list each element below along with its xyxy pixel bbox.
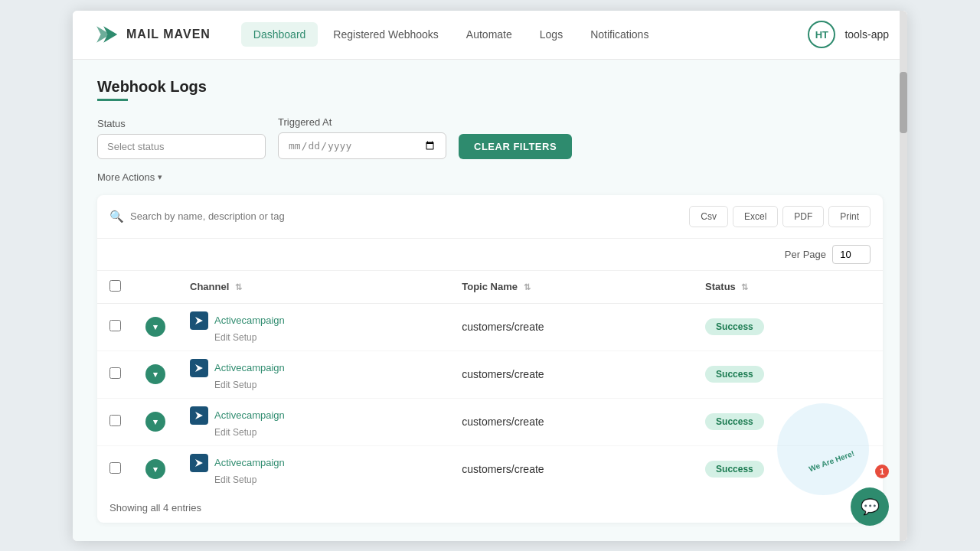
row-check-cell — [97, 398, 133, 445]
header-topic: Topic Name ⇅ — [449, 271, 693, 304]
per-page-row: Per Page — [97, 239, 883, 271]
topic-sort-icon[interactable]: ⇅ — [524, 282, 531, 292]
chat-button[interactable]: 💬 — [851, 487, 889, 526]
more-actions-caret-icon: ▾ — [158, 172, 162, 182]
logo-text: MAIL MAVEN — [126, 28, 211, 41]
table-header-row: Channel ⇅ Topic Name ⇅ Status ⇅ — [97, 271, 883, 304]
row-check-cell — [97, 303, 133, 350]
account-name: tools-app — [844, 28, 889, 41]
avatar[interactable]: HT — [808, 21, 835, 48]
row-checkbox[interactable] — [109, 415, 121, 426]
row-expand-button[interactable]: ▾ — [145, 459, 165, 479]
row-expand-cell: ▾ — [133, 303, 178, 350]
logo: MAIL MAVEN — [91, 21, 211, 48]
chevron-down-icon: ▾ — [153, 370, 158, 380]
chevron-down-icon: ▾ — [153, 322, 158, 332]
select-all-checkbox[interactable] — [109, 280, 121, 292]
row-expand-button[interactable]: ▾ — [145, 364, 165, 384]
edit-setup-link[interactable]: Edit Setup — [214, 427, 437, 438]
row-checkbox[interactable] — [109, 320, 121, 331]
table-row: ▾ Activecampaign Edit Setup — [97, 303, 883, 350]
row-topic-cell: customers/create — [449, 303, 693, 350]
chat-notification-badge: 1 — [875, 465, 889, 478]
svg-marker-2 — [195, 317, 203, 324]
clear-filters-button[interactable]: CLEAR FILTERS — [459, 134, 572, 159]
channel-name-link[interactable]: Activecampaign — [190, 359, 437, 377]
row-topic-cell: customers/create — [449, 445, 693, 493]
table-card: 🔍 Csv Excel PDF Print Per Page — [97, 195, 883, 523]
row-topic-cell: customers/create — [449, 350, 693, 398]
chat-icon: 💬 — [861, 497, 880, 516]
channel-name-link[interactable]: Activecampaign — [190, 454, 437, 472]
channel-info: Activecampaign Edit Setup — [190, 454, 437, 485]
channel-info: Activecampaign Edit Setup — [190, 311, 437, 343]
row-status-cell: Success — [693, 303, 883, 350]
scroll-thumb[interactable] — [900, 72, 907, 133]
more-actions-dropdown[interactable]: More Actions ▾ — [97, 171, 883, 183]
channel-name-link[interactable]: Activecampaign — [190, 311, 437, 330]
row-status-cell: Success — [693, 398, 883, 445]
row-channel-cell: Activecampaign Edit Setup — [178, 445, 449, 493]
nav-registered-webhooks[interactable]: Registered Webhooks — [321, 22, 450, 47]
topic-value: customers/create — [462, 463, 544, 475]
triggered-at-input[interactable] — [278, 132, 446, 159]
page-content: Webhook Logs Status Select status Trigge… — [73, 60, 907, 541]
export-print-button[interactable]: Print — [828, 206, 871, 227]
row-channel-cell: Activecampaign Edit Setup — [178, 350, 449, 398]
channel-sort-icon[interactable]: ⇅ — [235, 282, 242, 292]
status-badge: Success — [705, 461, 764, 478]
chat-widget: We Are Here! 💬 1 — [828, 465, 889, 526]
status-select[interactable]: Select status — [97, 134, 266, 159]
per-page-input[interactable] — [832, 245, 871, 264]
row-expand-cell: ▾ — [133, 350, 178, 398]
row-check-cell — [97, 445, 133, 493]
export-excel-button[interactable]: Excel — [733, 206, 778, 227]
row-checkbox[interactable] — [109, 367, 121, 379]
filter-date-group: Triggered At — [278, 116, 446, 159]
webhook-logs-table: Channel ⇅ Topic Name ⇅ Status ⇅ — [97, 271, 883, 493]
row-channel-cell: Activecampaign Edit Setup — [178, 303, 449, 350]
scrollbar[interactable] — [900, 11, 907, 541]
nav-dashboard[interactable]: Dashboard — [241, 22, 318, 47]
channel-logo-icon — [190, 311, 208, 330]
svg-marker-5 — [195, 459, 203, 467]
search-input[interactable] — [130, 210, 569, 222]
nav-logs[interactable]: Logs — [528, 22, 575, 47]
topic-value: customers/create — [462, 416, 544, 428]
edit-setup-link[interactable]: Edit Setup — [214, 474, 437, 485]
edit-setup-link[interactable]: Edit Setup — [214, 380, 437, 390]
status-sort-icon[interactable]: ⇅ — [741, 282, 748, 292]
row-channel-cell: Activecampaign Edit Setup — [178, 398, 449, 445]
row-expand-cell: ▾ — [133, 445, 178, 493]
status-badge: Success — [705, 413, 764, 430]
edit-setup-link[interactable]: Edit Setup — [214, 332, 437, 343]
row-expand-button[interactable]: ▾ — [145, 412, 165, 432]
row-expand-button[interactable]: ▾ — [145, 317, 165, 337]
chevron-down-icon: ▾ — [153, 417, 158, 427]
table-body: ▾ Activecampaign Edit Setup — [97, 303, 883, 493]
search-icon: 🔍 — [109, 210, 124, 223]
channel-info: Activecampaign Edit Setup — [190, 406, 437, 438]
svg-marker-4 — [195, 412, 203, 419]
header-check — [97, 271, 133, 304]
showing-entries-text: Showing all 4 entries — [97, 493, 883, 523]
logo-icon — [91, 21, 119, 48]
more-actions-label: More Actions — [97, 171, 155, 183]
channel-logo-icon — [190, 359, 208, 377]
chat-bubble[interactable]: We Are Here! 💬 1 — [828, 465, 889, 526]
search-box: 🔍 — [109, 210, 569, 223]
export-pdf-button[interactable]: PDF — [782, 206, 824, 227]
row-checkbox[interactable] — [109, 462, 121, 474]
export-csv-button[interactable]: Csv — [689, 206, 728, 227]
nav-notifications[interactable]: Notifications — [578, 22, 661, 47]
nav-automate[interactable]: Automate — [454, 22, 524, 47]
status-badge: Success — [705, 318, 764, 335]
filter-status-group: Status Select status — [97, 118, 266, 159]
channel-name-link[interactable]: Activecampaign — [190, 406, 437, 425]
per-page-label: Per Page — [785, 249, 826, 260]
triggered-at-label: Triggered At — [278, 116, 446, 128]
channel-logo-icon — [190, 406, 208, 425]
nav-links: Dashboard Registered Webhooks Automate L… — [241, 22, 808, 47]
channel-logo-icon — [190, 454, 208, 472]
header-status: Status ⇅ — [693, 271, 883, 304]
